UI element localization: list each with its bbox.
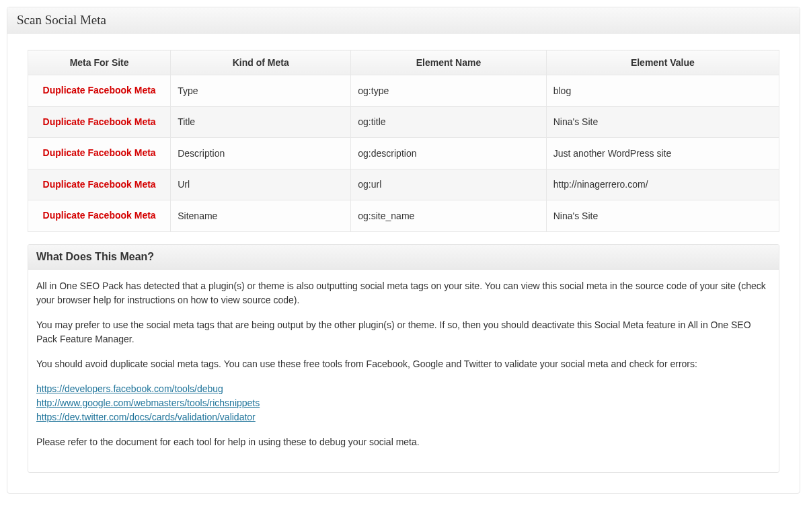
cell-element-value: Nina's Site <box>546 106 779 138</box>
explanation-paragraph: Please refer to the document for each to… <box>36 435 771 449</box>
cell-element-value: blog <box>546 75 779 107</box>
cell-element-name: og:site_name <box>351 200 546 232</box>
col-header-kind-of-meta: Kind of Meta <box>171 50 351 75</box>
table-row: Duplicate Facebook MetaTitleog:titleNina… <box>28 106 779 138</box>
cell-element-name: og:description <box>351 138 546 169</box>
facebook-debug-link[interactable]: https://developers.facebook.com/tools/de… <box>36 383 223 394</box>
table-header-row: Meta For Site Kind of Meta Element Name … <box>28 50 779 75</box>
cell-meta-for-site: Duplicate Facebook Meta <box>28 138 171 169</box>
cell-element-name: og:type <box>351 75 546 107</box>
cell-element-value: Nina's Site <box>546 200 779 232</box>
panel-title: Scan Social Meta <box>17 13 790 28</box>
explanation-paragraph: You may prefer to use the social meta ta… <box>36 318 771 346</box>
cell-meta-for-site: Duplicate Facebook Meta <box>28 106 171 138</box>
cell-kind-of-meta: Type <box>171 75 351 107</box>
cell-kind-of-meta: Description <box>171 138 351 169</box>
cell-kind-of-meta: Sitename <box>171 200 351 232</box>
explanation-paragraph: You should avoid duplicate social meta t… <box>36 357 771 371</box>
scan-social-meta-panel: Scan Social Meta Meta For Site Kind of M… <box>7 7 800 494</box>
col-header-meta-for-site: Meta For Site <box>28 50 171 75</box>
cell-meta-for-site: Duplicate Facebook Meta <box>28 169 171 200</box>
table-row: Duplicate Facebook MetaUrlog:urlhttp://n… <box>28 169 779 200</box>
cell-element-name: og:title <box>351 106 546 138</box>
col-header-element-name: Element Name <box>351 50 546 75</box>
explanation-body: All in One SEO Pack has detected that a … <box>28 270 779 472</box>
cell-kind-of-meta: Title <box>171 106 351 138</box>
validation-links: https://developers.facebook.com/tools/de… <box>36 382 771 424</box>
cell-element-name: og:url <box>351 169 546 200</box>
table-row: Duplicate Facebook MetaTypeog:typeblog <box>28 75 779 107</box>
social-meta-table: Meta For Site Kind of Meta Element Name … <box>28 50 779 232</box>
cell-kind-of-meta: Url <box>171 169 351 200</box>
table-row: Duplicate Facebook MetaSitenameog:site_n… <box>28 200 779 232</box>
google-richsnippets-link[interactable]: http://www.google.com/webmasters/tools/r… <box>36 397 260 408</box>
panel-body: Meta For Site Kind of Meta Element Name … <box>7 34 800 493</box>
cell-meta-for-site: Duplicate Facebook Meta <box>28 200 171 232</box>
panel-header: Scan Social Meta <box>7 7 800 34</box>
cell-meta-for-site: Duplicate Facebook Meta <box>28 75 171 107</box>
explanation-box: What Does This Mean? All in One SEO Pack… <box>28 244 779 473</box>
explanation-heading: What Does This Mean? <box>36 251 771 263</box>
table-row: Duplicate Facebook MetaDescriptionog:des… <box>28 138 779 169</box>
cell-element-value: http://ninagerrero.com/ <box>546 169 779 200</box>
explanation-header: What Does This Mean? <box>28 245 779 270</box>
col-header-element-value: Element Value <box>546 50 779 75</box>
cell-element-value: Just another WordPress site <box>546 138 779 169</box>
explanation-paragraph: All in One SEO Pack has detected that a … <box>36 279 771 307</box>
twitter-validator-link[interactable]: https://dev.twitter.com/docs/cards/valid… <box>36 412 256 422</box>
